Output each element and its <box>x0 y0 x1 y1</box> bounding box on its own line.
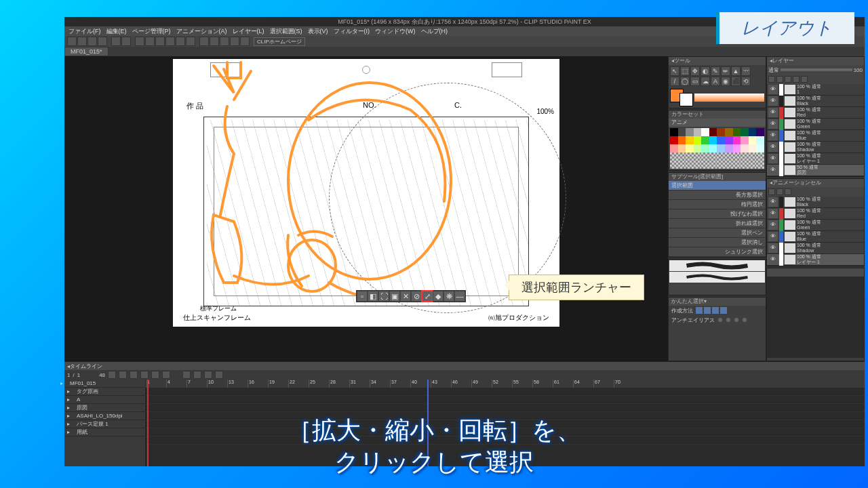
color-swatch[interactable] <box>678 144 686 152</box>
tool-icon[interactable]: / <box>670 77 679 86</box>
color-swatch[interactable] <box>694 128 702 136</box>
color-swatch[interactable] <box>686 128 694 136</box>
color-swatch[interactable] <box>717 136 725 144</box>
color-swatch[interactable] <box>701 136 709 144</box>
timeline-lane[interactable] <box>146 404 865 412</box>
subtool-item[interactable]: 長方形選択 <box>669 190 766 200</box>
aa-opt[interactable] <box>742 317 747 323</box>
cel-btn[interactable] <box>776 188 783 195</box>
tb-open-icon[interactable] <box>87 37 97 46</box>
layer-item[interactable]: 👁100 % 通常Shadow <box>767 243 864 254</box>
brush-stroke-2[interactable] <box>669 272 765 283</box>
color-swatch[interactable] <box>725 136 733 144</box>
layer-btn[interactable] <box>785 76 791 83</box>
frame-tick[interactable]: 64 <box>573 380 593 388</box>
color-swatch[interactable] <box>749 136 757 144</box>
layer-item[interactable]: 👁100 % 通常レイヤー 1 <box>767 153 864 165</box>
timeline-track[interactable]: A <box>64 396 145 404</box>
subtool-item[interactable]: 折れ線選択 <box>669 219 766 228</box>
frame-tick[interactable]: 70 <box>614 380 634 388</box>
color-swatch[interactable] <box>733 136 741 144</box>
tool-icon[interactable]: ⬚ <box>680 66 690 76</box>
empty-swatch[interactable] <box>670 161 678 169</box>
frame-tick[interactable]: 10 <box>207 380 227 388</box>
visibility-icon[interactable]: 👁 <box>768 197 778 207</box>
bg-color[interactable] <box>679 93 693 106</box>
color-swatch[interactable] <box>756 136 764 144</box>
color-swatch[interactable] <box>725 144 733 152</box>
color-swatch[interactable] <box>678 128 686 136</box>
brush-stroke-1[interactable] <box>669 260 765 271</box>
timeline-track[interactable]: パース定規 1 <box>64 420 145 428</box>
menu-item[interactable]: ウィンドウ(W) <box>375 27 416 36</box>
method-opt[interactable] <box>704 307 711 314</box>
tl-onion-icon[interactable] <box>182 371 191 379</box>
frame-tick[interactable]: 49 <box>471 380 492 388</box>
method-opt[interactable] <box>720 307 727 314</box>
empty-swatch[interactable] <box>686 161 694 169</box>
color-swatch[interactable] <box>741 144 749 152</box>
empty-swatch[interactable] <box>725 152 733 161</box>
empty-swatch[interactable] <box>678 161 686 169</box>
tool-icon[interactable]: ☁ <box>701 77 710 86</box>
frame-tick[interactable]: 22 <box>288 380 309 388</box>
color-swatch[interactable] <box>686 144 694 152</box>
canvas-area[interactable]: 作 品 NO. C. 100% <box>64 56 668 361</box>
empty-swatch[interactable] <box>756 161 764 169</box>
tool-icon[interactable]: A <box>711 77 720 86</box>
menu-item[interactable]: 編集(E) <box>106 27 127 36</box>
empty-swatch[interactable] <box>725 161 733 169</box>
frame-tick[interactable]: 4 <box>166 380 186 388</box>
gradient-bar[interactable] <box>694 94 764 102</box>
cel-btn[interactable] <box>785 188 791 195</box>
empty-swatch[interactable] <box>733 152 741 161</box>
tool-icon[interactable]: ✥ <box>690 66 700 76</box>
visibility-icon[interactable]: 👁 <box>768 96 778 106</box>
layer-item[interactable]: 👁100 % 通常Blue <box>767 130 864 142</box>
visibility-icon[interactable]: 👁 <box>768 85 778 94</box>
document-tab[interactable]: MF01_015* <box>64 47 108 56</box>
subtool-tab[interactable]: 選択範囲 <box>669 181 766 190</box>
timeline-lane[interactable] <box>146 388 865 396</box>
color-swatch[interactable] <box>670 128 678 136</box>
color-swatch[interactable] <box>717 144 725 152</box>
visibility-icon[interactable]: 👁 <box>768 131 778 140</box>
clip-name[interactable]: MF01_015 <box>64 380 145 388</box>
opacity-slider[interactable] <box>781 68 852 71</box>
empty-swatch[interactable] <box>717 152 725 161</box>
subtool-item[interactable]: 楕円選択 <box>669 200 766 209</box>
frame-tick[interactable]: 52 <box>492 380 512 388</box>
tb-snap3-icon[interactable] <box>240 37 250 46</box>
layer-btn[interactable] <box>801 76 808 83</box>
layer-item[interactable]: 👁100 % 通常Red <box>767 208 864 220</box>
menu-item[interactable]: フィルター(I) <box>334 27 370 36</box>
navigator-view[interactable] <box>767 277 864 358</box>
layer-item[interactable]: 👁100 % 通常Red <box>767 107 864 119</box>
subtool-item[interactable]: シュリンク選択 <box>669 247 766 257</box>
color-swatch[interactable] <box>670 136 678 144</box>
layer-btn[interactable] <box>776 76 783 83</box>
tool-icon[interactable]: 〰 <box>741 66 751 76</box>
tb-save-icon[interactable] <box>98 37 107 46</box>
frame-tick[interactable]: 43 <box>431 380 451 388</box>
empty-swatch[interactable] <box>733 161 741 169</box>
playhead[interactable] <box>147 380 149 466</box>
color-swatch[interactable] <box>749 128 757 136</box>
visibility-icon[interactable]: 👁 <box>768 243 778 253</box>
empty-swatch[interactable] <box>709 161 717 169</box>
launcher-shrink-icon[interactable]: ▣ <box>389 291 400 302</box>
tb-grid-icon[interactable] <box>210 37 219 46</box>
tl-last-icon[interactable] <box>151 371 159 379</box>
color-swatch[interactable] <box>709 128 717 136</box>
tb-fill-icon[interactable] <box>145 37 155 46</box>
color-swatch[interactable] <box>717 128 725 136</box>
timeline-lane[interactable] <box>146 396 865 404</box>
frame-tick[interactable]: 19 <box>268 380 288 388</box>
tool-icon[interactable]: ✏ <box>721 66 730 76</box>
subtool-item[interactable]: 選択消し <box>669 238 766 247</box>
layer-item[interactable]: 👁100 % 通常Green <box>767 220 864 231</box>
layer-item[interactable]: 👁100 % 通常Black <box>767 96 864 107</box>
color-swatch[interactable] <box>733 128 741 136</box>
timeline-track[interactable]: ASAHI_LO_150dpi <box>64 412 145 420</box>
layer-item[interactable]: 👁50 % 通常原図 <box>767 165 864 176</box>
